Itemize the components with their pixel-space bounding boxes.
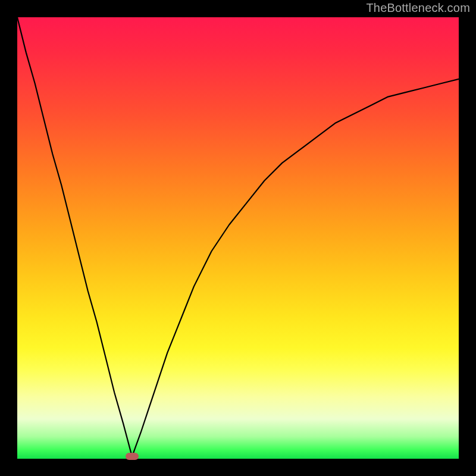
watermark-text: TheBottleneck.com: [366, 1, 470, 15]
bottleneck-curve: [17, 17, 459, 459]
chart-frame: TheBottleneck.com: [0, 0, 476, 476]
min-marker: [126, 453, 139, 460]
plot-area: [17, 17, 459, 459]
